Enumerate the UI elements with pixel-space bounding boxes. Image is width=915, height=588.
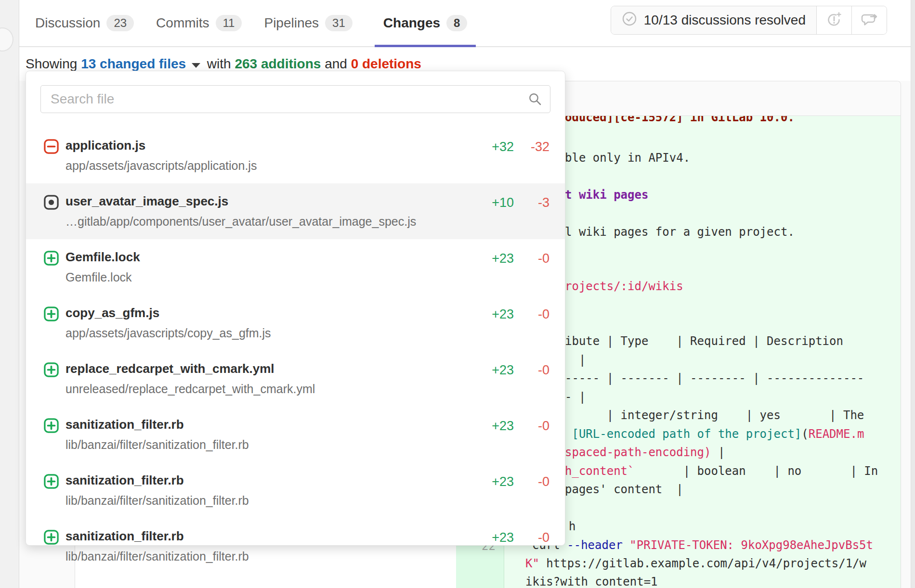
file-path: lib/banzai/filter/sanitization_filter.rb xyxy=(65,437,249,452)
file-path: lib/banzai/filter/sanitization_filter.rb xyxy=(65,549,249,563)
diff-code-line: K" https://gitlab.example.com/api/v4/pro… xyxy=(525,556,866,571)
file-row[interactable]: sanitization_filter.rblib/banzai/filter/… xyxy=(26,407,565,462)
file-deletions: -0 xyxy=(514,530,549,545)
file-row[interactable]: Gemfile.lockGemfile.lock+23-0 xyxy=(26,239,565,295)
file-stats: +23-0 xyxy=(480,307,549,322)
file-stats: +23-0 xyxy=(480,530,549,545)
jump-to-next-unresolved-discussion-button[interactable] xyxy=(852,6,887,34)
file-row[interactable]: sanitization_filter.rblib/banzai/filter/… xyxy=(26,518,565,574)
tab-count-badge: 31 xyxy=(325,15,353,31)
summary-showing-text: Showing xyxy=(26,56,81,72)
file-meta: sanitization_filter.rblib/banzai/filter/… xyxy=(65,417,249,452)
file-added-icon xyxy=(43,306,59,322)
file-additions: +23 xyxy=(480,251,514,266)
file-row[interactable]: application.jsapp/assets/javascripts/app… xyxy=(26,128,565,183)
file-name: sanitization_filter.rb xyxy=(65,473,249,488)
diff-code-line: ----- | ------- | -------- | -----------… xyxy=(565,371,864,385)
tab-label: Commits xyxy=(156,15,209,31)
file-deletions: -0 xyxy=(514,419,549,434)
file-row[interactable]: sanitization_filter.rblib/banzai/filter/… xyxy=(26,462,565,518)
file-name: user_avatar_image_spec.js xyxy=(65,194,416,209)
file-path: Gemfile.lock xyxy=(65,270,140,284)
diff-code-line: ikis?with_content=1 xyxy=(525,575,658,588)
chevron-down-icon[interactable] xyxy=(192,63,200,68)
file-meta: replace_redcarpet_with_cmark.ymlunreleas… xyxy=(65,361,315,396)
tab-count-badge: 11 xyxy=(216,15,242,31)
file-row[interactable]: copy_as_gfm.jsapp/assets/javascripts/cop… xyxy=(26,295,565,351)
summary-deletions: 0 deletions xyxy=(351,56,421,72)
search-icon xyxy=(527,91,543,109)
file-deletions: -0 xyxy=(514,251,549,266)
file-added-icon xyxy=(43,529,59,545)
summary-with-text: with xyxy=(203,56,235,72)
file-additions: +23 xyxy=(480,307,514,322)
search-file-input[interactable] xyxy=(40,85,550,113)
file-modified-icon xyxy=(43,194,59,210)
tab-pipelines[interactable]: Pipelines31 xyxy=(264,0,352,46)
file-deletions: -32 xyxy=(514,140,549,154)
file-stats: +10-3 xyxy=(480,195,549,210)
file-deletions: -3 xyxy=(514,195,549,210)
diff-code-line: l wiki pages for a given project. xyxy=(565,225,795,239)
diff-code-line: spaced-path-encoding) | xyxy=(565,445,725,460)
tab-label: Changes xyxy=(383,15,440,31)
merge-request-tabbar: Discussion23Commits11Pipelines31Changes8… xyxy=(19,0,915,47)
diff-code-line: pages' content | xyxy=(565,482,683,497)
file-additions: +23 xyxy=(480,419,514,434)
diff-code-line: | integer/string | yes | The xyxy=(565,408,864,422)
tab-label: Discussion xyxy=(35,15,100,31)
diff-code-line: [URL-encoded path of the project](README… xyxy=(565,427,864,441)
file-stats: +23-0 xyxy=(480,474,549,489)
left-rail xyxy=(0,0,19,588)
diff-code-line: ble only in APIv4. xyxy=(565,151,690,165)
summary-additions: 263 additions xyxy=(235,56,321,72)
file-deleted-icon xyxy=(43,139,59,154)
file-added-icon xyxy=(43,418,59,434)
merge-request-tabs-panel: Discussion23Commits11Pipelines31Changes8… xyxy=(19,0,915,81)
file-additions: +10 xyxy=(480,195,514,210)
tab-changes[interactable]: Changes8 xyxy=(375,0,476,46)
file-stats: +32-32 xyxy=(480,140,549,154)
scrollbar-track[interactable] xyxy=(911,0,915,588)
active-tab-underline xyxy=(375,45,476,47)
file-added-icon xyxy=(43,362,59,378)
diff-code-line: curl --header "PRIVATE-TOKEN: 9koXpg98eA… xyxy=(532,538,873,552)
file-path: unreleased/replace_redcarpet_with_cmark.… xyxy=(65,382,315,396)
file-additions: +23 xyxy=(480,363,514,378)
summary-and-text: and xyxy=(321,56,351,72)
file-path: lib/banzai/filter/sanitization_filter.rb xyxy=(65,493,249,508)
changed-files-dropdown-toggle[interactable]: 13 changed files xyxy=(81,56,186,72)
file-meta: application.jsapp/assets/javascripts/app… xyxy=(65,138,257,173)
file-added-icon xyxy=(43,473,59,489)
file-additions: +32 xyxy=(480,140,514,154)
file-name: copy_as_gfm.js xyxy=(65,306,271,320)
file-row[interactable]: replace_redcarpet_with_cmark.ymlunreleas… xyxy=(26,351,565,407)
file-deletions: -0 xyxy=(514,307,549,322)
check-circle-icon xyxy=(622,11,637,30)
diff-code-line: rojects/:id/wikis xyxy=(565,279,683,294)
file-search-container xyxy=(40,85,550,113)
file-name: sanitization_filter.rb xyxy=(65,417,249,432)
file-name: sanitization_filter.rb xyxy=(65,529,249,544)
resolve-all-in-new-issue-button[interactable] xyxy=(817,6,852,34)
file-path: app/assets/javascripts/application.js xyxy=(65,158,257,173)
tab-discussion[interactable]: Discussion23 xyxy=(35,0,134,46)
tab-commits[interactable]: Commits11 xyxy=(156,0,242,46)
file-additions: +23 xyxy=(480,530,514,545)
file-row[interactable]: user_avatar_image_spec.js…gitlab/app/com… xyxy=(26,183,565,239)
diff-code-line: | xyxy=(565,353,586,367)
file-stats: +23-0 xyxy=(480,419,549,434)
diff-code-line: h_content` | boolean | no | In xyxy=(565,464,878,478)
file-name: replace_redcarpet_with_cmark.yml xyxy=(65,361,315,376)
discussions-resolved-label: 10/13 discussions resolved xyxy=(644,13,806,28)
file-meta: sanitization_filter.rblib/banzai/filter/… xyxy=(65,473,249,508)
discussions-resolved-status: 10/13 discussions resolved xyxy=(611,6,817,34)
jump-to-next-discussion-icon xyxy=(860,10,878,30)
file-name: Gemfile.lock xyxy=(65,250,140,265)
file-path: app/assets/javascripts/copy_as_gfm.js xyxy=(65,326,271,340)
tab-count-badge: 8 xyxy=(446,15,467,31)
file-meta: copy_as_gfm.jsapp/assets/javascripts/cop… xyxy=(65,306,271,340)
resolve-with-new-issue-icon xyxy=(825,11,843,30)
collapsed-sidebar-button[interactable] xyxy=(0,27,13,51)
file-deletions: -0 xyxy=(514,363,549,378)
